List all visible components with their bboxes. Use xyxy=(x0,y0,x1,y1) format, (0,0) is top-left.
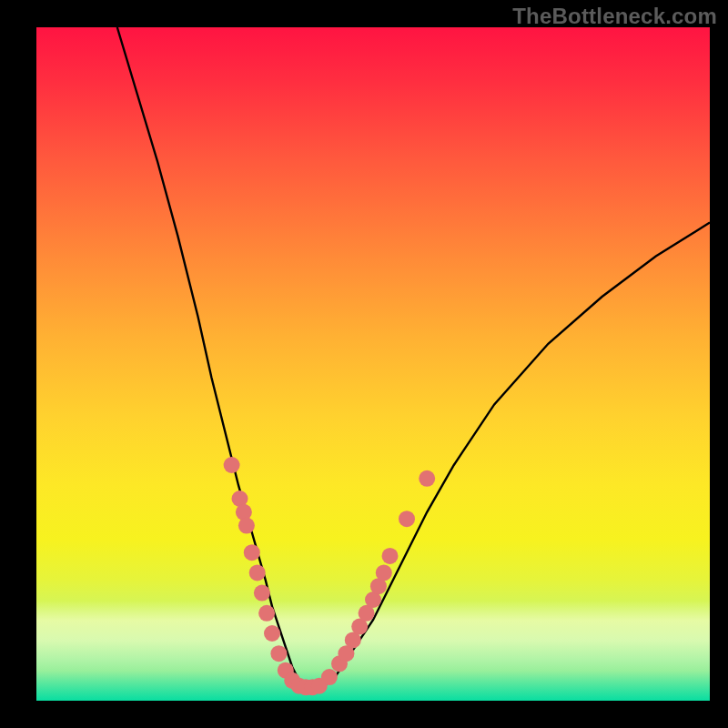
data-marker xyxy=(270,645,287,662)
data-marker xyxy=(419,470,435,487)
data-marker xyxy=(244,544,260,561)
data-marker xyxy=(249,564,266,581)
plot-area xyxy=(36,27,710,701)
data-marker xyxy=(224,457,240,473)
chart-frame: TheBottleneck.com xyxy=(0,0,728,728)
bottleneck-curve xyxy=(117,27,710,687)
data-marker xyxy=(254,585,270,602)
data-marker xyxy=(258,605,275,622)
data-marker xyxy=(236,504,252,521)
data-marker xyxy=(382,548,399,564)
data-marker xyxy=(376,564,392,581)
watermark-label: TheBottleneck.com xyxy=(512,4,717,29)
data-marker xyxy=(238,518,255,534)
data-markers xyxy=(224,457,436,695)
data-marker xyxy=(264,625,280,642)
data-marker xyxy=(399,511,415,527)
chart-svg xyxy=(36,27,710,701)
data-marker xyxy=(321,669,338,685)
